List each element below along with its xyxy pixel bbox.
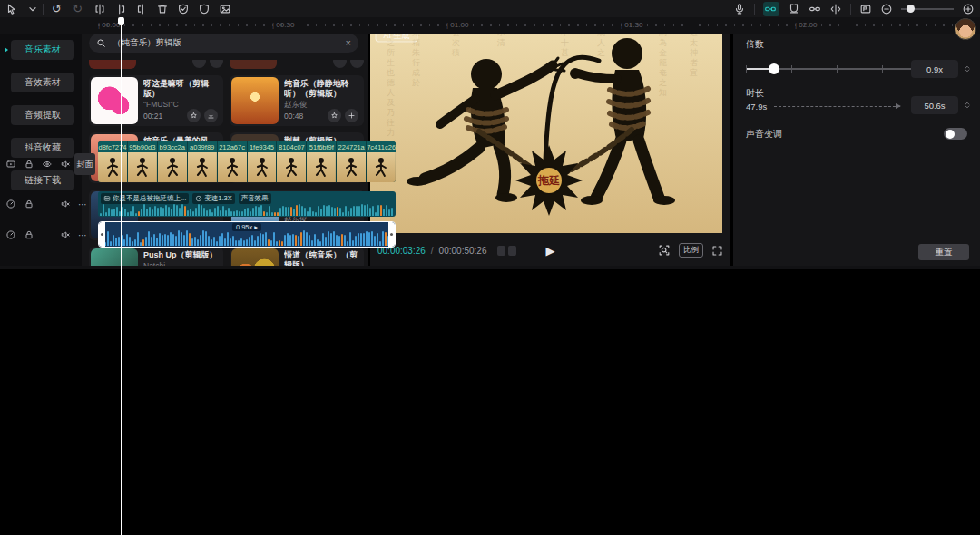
star-icon bbox=[330, 112, 338, 120]
music-thumbnail bbox=[231, 77, 279, 124]
video-segment[interactable]: 224721a bbox=[337, 141, 366, 182]
zoom-in-icon[interactable] bbox=[962, 3, 975, 15]
multiplier-value[interactable]: 0.9x bbox=[911, 60, 958, 78]
music-card[interactable]: 纯音乐（静静地聆听）（剪辑版） 赵东俊 00:48 bbox=[230, 75, 364, 126]
mute-icon[interactable] bbox=[60, 199, 71, 209]
player-panel: 播放器 孝之所生也德人及乃往力 業精朱行成於 雲次積 水清 本十甚 成人之 bbox=[370, 0, 730, 266]
undo-icon[interactable]: ↺ bbox=[52, 3, 64, 15]
timeline-zoom-slider[interactable] bbox=[901, 8, 954, 10]
video-clip[interactable]: d8fc7274 95b90d3 b93cc2a a039f89 212a67c… bbox=[98, 141, 396, 182]
lock-icon[interactable] bbox=[24, 159, 34, 170]
cover-button[interactable]: 封面 bbox=[74, 153, 95, 175]
music-card[interactable]: 悟道（纯音乐）（剪辑版） Eliezer bbox=[230, 247, 364, 266]
music-title: 呀这是嘛呀（剪辑版） bbox=[143, 79, 218, 99]
eye-icon[interactable] bbox=[42, 159, 53, 170]
search-input[interactable] bbox=[111, 37, 341, 49]
sidebar-item-music-library[interactable]: 音乐素材 bbox=[11, 40, 74, 60]
video-segment[interactable]: 8104c07 bbox=[277, 141, 306, 182]
select-tool-chevron-icon[interactable] bbox=[26, 3, 34, 15]
speed-multiplier-slider[interactable] bbox=[746, 63, 927, 74]
sidebar-item-sound-effects[interactable]: 音效素材 bbox=[11, 73, 74, 92]
sidebar-item-label: 音频提取 bbox=[24, 109, 61, 122]
video-segment[interactable]: 7c411c26 bbox=[367, 141, 396, 182]
segment-thumbnail bbox=[128, 152, 157, 182]
video-preview[interactable]: 孝之所生也德人及乃往力 業精朱行成於 雲次積 水清 本十甚 成人之 隅為金籠奄之… bbox=[370, 23, 722, 233]
segment-label: 95b90d3 bbox=[128, 141, 157, 152]
play-button[interactable]: ▶ bbox=[546, 244, 555, 258]
video-segment[interactable]: b93cc2a bbox=[158, 141, 187, 182]
duration-target[interactable]: 50.6s bbox=[911, 96, 958, 114]
slider-knob[interactable] bbox=[769, 63, 779, 74]
speech-track-controls: ⋯ bbox=[5, 199, 88, 209]
video-segment[interactable]: d8fc7274 bbox=[98, 141, 127, 182]
mark-in-out-icon[interactable] bbox=[859, 3, 872, 15]
search-clear-icon[interactable]: × bbox=[346, 38, 351, 48]
sidebar-item-link-download[interactable]: 链接下载 bbox=[11, 170, 74, 190]
playhead[interactable] bbox=[121, 17, 122, 535]
download-button[interactable] bbox=[204, 109, 218, 122]
zoom-slider-knob[interactable] bbox=[906, 5, 915, 13]
clip-trim-handle-left[interactable] bbox=[99, 222, 105, 247]
clip-trim-handle-right[interactable] bbox=[388, 222, 395, 247]
timeline-ruler[interactable]: 00:00 00:30 01:00 01:30 02:00 bbox=[0, 17, 980, 34]
multiplier-stepper[interactable] bbox=[962, 60, 973, 78]
music-audio-clip-selected[interactable]: 0.95x▸ bbox=[98, 221, 396, 248]
speed-icon bbox=[5, 199, 16, 209]
favorite-button[interactable] bbox=[187, 109, 201, 122]
mute-icon[interactable] bbox=[60, 159, 71, 170]
speech-audio-clip[interactable]: 你是不是总被拖延缠上... 变速1.3X 声音效果 bbox=[98, 191, 396, 217]
lock-icon[interactable] bbox=[24, 229, 34, 240]
main-track-magnet-icon[interactable] bbox=[763, 2, 779, 16]
frame-view-icon[interactable] bbox=[497, 246, 516, 256]
add-button[interactable] bbox=[345, 109, 358, 122]
music-thumbnail bbox=[230, 60, 277, 69]
ratio-button[interactable]: 比例 bbox=[679, 243, 703, 258]
favorite-button[interactable] bbox=[328, 109, 341, 122]
playhead-head[interactable] bbox=[118, 17, 124, 25]
music-thumbnail bbox=[91, 77, 138, 124]
video-segment[interactable]: 95b90d3 bbox=[128, 141, 157, 182]
more-icon[interactable]: ⋯ bbox=[78, 199, 88, 209]
avatar[interactable] bbox=[955, 18, 976, 40]
record-voiceover-icon[interactable] bbox=[733, 3, 746, 15]
video-segment[interactable]: 212a67c bbox=[218, 141, 247, 182]
segment-thumbnail bbox=[367, 152, 396, 182]
sidebar-item-audio-extract[interactable]: 音频提取 bbox=[11, 105, 74, 125]
trim-right-icon[interactable] bbox=[135, 3, 148, 15]
music-card[interactable]: 呀这是嘛呀（剪辑版） "FMUSI"C 00:21 bbox=[89, 75, 223, 126]
split-icon[interactable] bbox=[93, 3, 106, 15]
music-artist: Natchi bbox=[143, 261, 218, 266]
segment-label: a039f89 bbox=[188, 141, 217, 152]
svg-text:孝之所生也德人及乃往力: 孝之所生也德人及乃往力 bbox=[386, 28, 395, 137]
music-card[interactable]: Push Up（剪辑版） Natchi bbox=[89, 247, 223, 266]
select-tool-icon[interactable] bbox=[5, 3, 18, 15]
speech-waveform bbox=[100, 203, 394, 216]
video-segment[interactable]: 51f6bf9f bbox=[307, 141, 336, 182]
trim-left-icon[interactable] bbox=[114, 3, 127, 15]
reset-button[interactable]: 重置 bbox=[918, 244, 969, 260]
timeline-toolbar: ↺ ↻ bbox=[0, 0, 980, 17]
preview-quality-icon[interactable] bbox=[658, 244, 671, 257]
video-segment[interactable]: a039f89 bbox=[188, 141, 217, 182]
search-bar[interactable]: × bbox=[89, 34, 358, 53]
linkage-icon[interactable] bbox=[808, 3, 821, 15]
video-segment[interactable]: 1fe9345 bbox=[248, 141, 277, 182]
crop-image-icon[interactable] bbox=[219, 3, 231, 15]
fullscreen-icon[interactable] bbox=[711, 245, 723, 257]
auto-snap-icon[interactable] bbox=[788, 3, 800, 15]
pitch-toggle[interactable] bbox=[944, 128, 967, 140]
lock-icon[interactable] bbox=[24, 199, 34, 209]
more-icon[interactable]: ⋯ bbox=[78, 230, 88, 240]
total-timecode: 00:00:50:26 bbox=[439, 246, 487, 256]
duration-stepper[interactable] bbox=[962, 96, 973, 114]
mask-icon[interactable] bbox=[198, 3, 211, 15]
delete-icon[interactable] bbox=[156, 3, 169, 15]
zoom-out-icon[interactable] bbox=[880, 3, 893, 15]
sidebar-item-douyin-favorites[interactable]: 抖音收藏 bbox=[11, 138, 74, 158]
mirror-icon[interactable] bbox=[177, 3, 190, 15]
redo-icon[interactable]: ↻ bbox=[73, 3, 85, 15]
preview-axis-icon[interactable] bbox=[829, 3, 842, 15]
segment-thumbnail bbox=[307, 152, 336, 182]
mute-icon[interactable] bbox=[60, 229, 71, 240]
segment-thumbnail bbox=[277, 152, 306, 182]
